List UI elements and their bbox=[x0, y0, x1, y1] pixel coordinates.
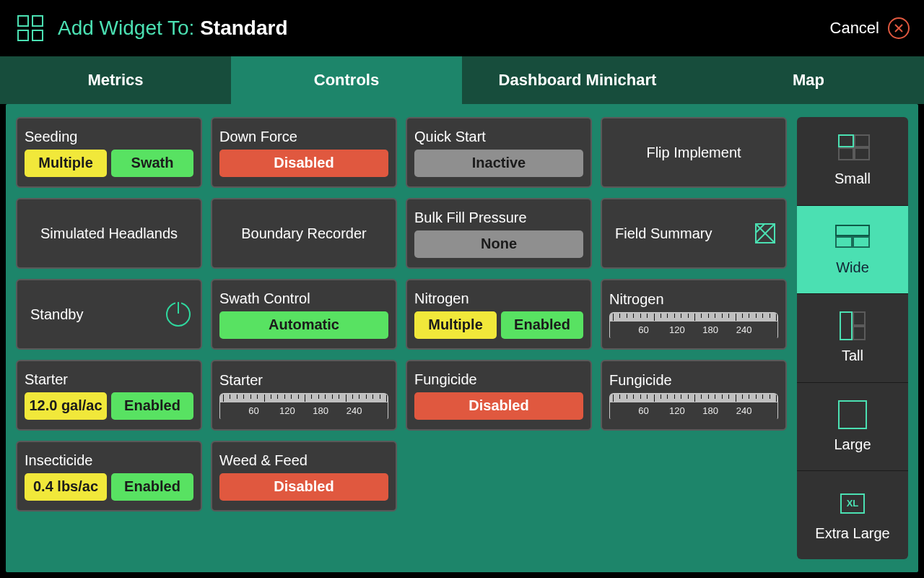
tab-dashboard-minichart[interactable]: Dashboard Minichart bbox=[462, 56, 693, 104]
size-wide[interactable]: Wide bbox=[797, 206, 908, 295]
card-title: Boundary Recorder bbox=[241, 225, 366, 242]
card-fungicide[interactable]: Fungicide Disabled bbox=[406, 360, 592, 431]
card-title: Fungicide bbox=[414, 371, 583, 388]
tab-metrics[interactable]: Metrics bbox=[0, 56, 231, 104]
status-badge: Automatic bbox=[219, 311, 388, 339]
size-label: Large bbox=[834, 436, 871, 453]
size-tall-icon bbox=[832, 311, 873, 340]
card-title: Field Summary bbox=[615, 225, 712, 242]
status-badge: 12.0 gal/ac bbox=[25, 392, 107, 420]
card-nitrogen[interactable]: Nitrogen Multiple Enabled bbox=[406, 279, 592, 350]
size-large-icon bbox=[832, 400, 873, 429]
card-weed-and-feed[interactable]: Weed & Feed Disabled bbox=[211, 441, 397, 512]
status-badge: Enabled bbox=[501, 311, 583, 339]
dashboard-icon bbox=[14, 12, 46, 44]
card-title: Flip Implement bbox=[646, 144, 741, 161]
card-starter-gauge[interactable]: Starter 60120180240 bbox=[211, 360, 397, 431]
card-quick-start[interactable]: Quick Start Inactive bbox=[406, 117, 592, 188]
card-title: Fungicide bbox=[609, 372, 778, 389]
card-title: Weed & Feed bbox=[219, 452, 388, 469]
card-boundary-recorder[interactable]: Boundary Recorder bbox=[211, 198, 397, 269]
power-icon bbox=[166, 302, 191, 327]
size-extra-large[interactable]: XL Extra Large bbox=[797, 471, 908, 559]
card-title: Nitrogen bbox=[609, 291, 778, 308]
gauge: 60120180240 bbox=[609, 312, 778, 338]
tab-map[interactable]: Map bbox=[693, 56, 924, 104]
size-label: Small bbox=[834, 171, 871, 187]
card-fungicide-gauge[interactable]: Fungicide 60120180240 bbox=[601, 360, 787, 431]
cancel-label: Cancel bbox=[830, 19, 879, 38]
status-badge: None bbox=[414, 230, 583, 258]
status-badge: Multiple bbox=[414, 311, 497, 339]
card-insecticide[interactable]: Insecticide 0.4 lbs/ac Enabled bbox=[16, 441, 202, 512]
card-title: Standby bbox=[30, 306, 83, 323]
size-small-icon bbox=[832, 134, 873, 163]
status-badge: Disabled bbox=[414, 392, 583, 420]
card-title: Starter bbox=[25, 371, 193, 388]
size-wide-icon bbox=[832, 223, 873, 252]
card-standby[interactable]: Standby bbox=[16, 279, 202, 350]
card-flip-implement[interactable]: Flip Implement bbox=[601, 117, 787, 188]
card-field-summary[interactable]: Field Summary bbox=[601, 198, 787, 269]
card-title: Simulated Headlands bbox=[40, 225, 178, 242]
page-title: Add Widget To: Standard bbox=[58, 17, 288, 40]
gauge: 60120180240 bbox=[609, 393, 778, 419]
status-badge: Disabled bbox=[219, 473, 388, 501]
card-simulated-headlands[interactable]: Simulated Headlands bbox=[16, 198, 202, 269]
size-small[interactable]: Small bbox=[797, 117, 908, 206]
card-title: Starter bbox=[219, 372, 388, 389]
size-label: Tall bbox=[842, 348, 863, 364]
size-tall[interactable]: Tall bbox=[797, 294, 908, 383]
status-badge: Enabled bbox=[111, 473, 193, 501]
widget-grid: Seeding Multiple Swath Down Force Disabl… bbox=[16, 117, 787, 559]
card-seeding[interactable]: Seeding Multiple Swath bbox=[16, 117, 202, 188]
card-starter[interactable]: Starter 12.0 gal/ac Enabled bbox=[16, 360, 202, 431]
size-large[interactable]: Large bbox=[797, 383, 908, 472]
status-badge: Swath bbox=[111, 150, 193, 177]
card-down-force[interactable]: Down Force Disabled bbox=[211, 117, 397, 188]
status-badge: Disabled bbox=[219, 150, 388, 177]
tab-controls[interactable]: Controls bbox=[231, 56, 462, 104]
status-badge: 0.4 lbs/ac bbox=[25, 473, 107, 501]
card-title: Nitrogen bbox=[414, 290, 583, 307]
card-nitrogen-gauge[interactable]: Nitrogen 60120180240 bbox=[601, 279, 787, 350]
card-title: Seeding bbox=[25, 129, 193, 145]
cancel-button[interactable]: Cancel bbox=[830, 17, 910, 39]
size-rail: Small Wide Tall bbox=[797, 117, 908, 559]
card-title: Bulk Fill Pressure bbox=[414, 210, 583, 226]
card-bulk-fill-pressure[interactable]: Bulk Fill Pressure None bbox=[406, 198, 592, 269]
field-summary-icon bbox=[755, 223, 775, 243]
status-badge: Multiple bbox=[25, 150, 107, 177]
status-badge: Enabled bbox=[111, 392, 193, 420]
status-badge: Inactive bbox=[414, 150, 583, 177]
close-icon bbox=[888, 17, 910, 39]
card-title: Insecticide bbox=[25, 452, 193, 469]
gauge: 60120180240 bbox=[219, 393, 388, 419]
card-title: Down Force bbox=[219, 129, 388, 145]
size-label: Extra Large bbox=[815, 525, 889, 542]
size-xl-icon: XL bbox=[832, 489, 873, 518]
card-title: Swath Control bbox=[219, 290, 388, 307]
card-swath-control[interactable]: Swath Control Automatic bbox=[211, 279, 397, 350]
size-label: Wide bbox=[836, 259, 869, 276]
card-title: Quick Start bbox=[414, 129, 583, 145]
tab-bar: Metrics Controls Dashboard Minichart Map bbox=[0, 56, 924, 104]
